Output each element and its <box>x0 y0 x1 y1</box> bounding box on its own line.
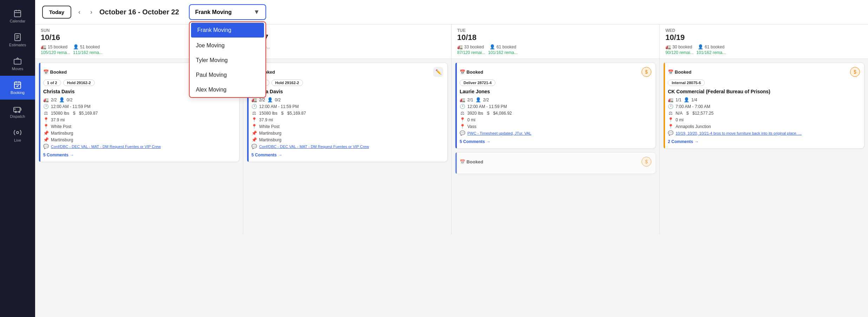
truck-detail-icon-tue: 🚛 <box>460 97 465 102</box>
dropdown-option-alex-moving[interactable]: Alex Moving <box>190 82 265 97</box>
card-status-wed: 📅 Booked <box>668 69 691 75</box>
detail-from-val-wed: Annapolis Junction <box>676 124 711 129</box>
card-client-tue: Laurie Jones <box>460 89 651 94</box>
next-button[interactable]: › <box>87 7 95 17</box>
mover-detail-icon: 👤 <box>59 97 65 102</box>
day-date-mon: 10/17 <box>249 33 446 42</box>
detail-to2-val-mon: Martinsburg <box>259 137 281 142</box>
note-link-wed[interactable]: 10/19, 10/20, 10/21-4 bros to move furni… <box>676 131 802 135</box>
weight-icon-wed: ⚖ <box>668 110 673 116</box>
clock-icon-wed: 🕐 <box>668 104 673 109</box>
detail-trucks-tue: 🚛 2/1 👤 2/2 <box>460 97 651 102</box>
card-tags-tue: Deliver 28721-4 <box>460 80 651 86</box>
sidebar-item-dispatch[interactable]: Dispatch <box>0 100 35 123</box>
day-name-tue: TUE <box>457 28 654 33</box>
cards-grid: 📅 Booked ✏️ 1 of 2 Hold 29162-2 Christa … <box>35 59 868 317</box>
detail-from-mon: 📍 White Post <box>251 124 443 129</box>
dropdown-option-tyler-moving[interactable]: Tyler Moving <box>190 53 265 68</box>
pin-to2-icon: 📌 <box>43 137 49 142</box>
detail-movers-val-wed: 1/4 <box>691 97 697 102</box>
detail-from: 📍 White Post <box>43 124 235 129</box>
stat-trucks-wed: 🚛 30 booked <box>665 44 692 49</box>
company-dropdown-trigger[interactable]: Frank Moving ▼ <box>189 4 266 20</box>
note-icon-mon: 💬 <box>251 144 257 149</box>
svg-point-16 <box>17 131 19 134</box>
sidebar-item-moves[interactable]: Moves <box>0 52 35 76</box>
truck-icon: 🚛 <box>41 44 46 49</box>
sidebar-item-label-live: Live <box>14 138 21 142</box>
detail-to1: 📌 Martinsburg <box>43 130 235 136</box>
card-header-tue-1: 📅 Booked $ <box>460 157 651 167</box>
day-date-tue: 10/18 <box>457 33 654 42</box>
detail-note-tue: 💬 PWC - Timesheet updated, JTur. VAL <box>460 130 651 136</box>
card-left-bar-tue <box>455 63 457 148</box>
sidebar-item-label-moves: Moves <box>12 67 23 71</box>
card-edit-button-mon[interactable]: ✏️ <box>433 67 443 77</box>
trucks-booked-sun: 15 booked <box>48 45 67 49</box>
prev-button[interactable]: ‹ <box>75 7 83 17</box>
clock-icon: 🕐 <box>43 104 49 109</box>
card-dollar-button-wed[interactable]: $ <box>850 67 860 77</box>
mover-detail-icon-mon: 👤 <box>267 97 273 102</box>
company-dropdown-menu: Frank Moving Joe Moving Tyler Moving Pau… <box>189 21 266 98</box>
dropdown-option-paul-moving[interactable]: Paul Moving <box>190 68 265 82</box>
detail-weight-price-tue: ⚖ 3920 lbs $ $4,086.92 <box>460 110 651 116</box>
today-button[interactable]: Today <box>42 6 71 19</box>
movers-remain-wed: 101/162 rema... <box>696 50 726 55</box>
card-dollar-button-tue[interactable]: $ <box>642 67 651 77</box>
stat-remain-wed: 90/120 remai... 101/162 rema... <box>665 49 862 55</box>
sidebar-item-live[interactable]: Live <box>0 123 35 147</box>
card-status: 📅 Booked <box>43 69 67 75</box>
note-link-tue[interactable]: PWC - Timesheet updated, JTur. VAL <box>467 131 531 135</box>
detail-mileage-val-wed: 0 mi <box>676 117 684 122</box>
note-link[interactable]: Conf/DBC - DEC VAL - MAT - DM Request Fu… <box>51 144 161 149</box>
booking-card-tue-0[interactable]: 📅 Booked $ Deliver 28721-4 Laurie Jones … <box>455 62 656 149</box>
sidebar-item-calendar[interactable]: Calendar <box>0 4 35 28</box>
stat-remain-mon: 98/120 <box>249 49 446 55</box>
distance-icon: 📍 <box>43 117 49 122</box>
sidebar-item-booking[interactable]: Booking <box>0 76 35 100</box>
card-comments-wed[interactable]: 2 Comments → <box>668 139 860 144</box>
detail-time-tue: 🕐 12:00 AM - 11:59 PM <box>460 104 651 109</box>
detail-trucks-val-wed: 1/1 <box>676 97 682 102</box>
movers-remain-sun: 111/162 rema... <box>73 50 103 55</box>
booking-card-mon-0[interactable]: 📅 Booked ✏️ 2 of 2 Hold 29162-2 Christa … <box>247 62 448 162</box>
card-details-tue: 🚛 2/1 👤 2/2 🕐 12:00 AM - 11:59 PM ⚖ 3920… <box>460 97 651 136</box>
booking-card-wed-0[interactable]: 📅 Booked $ Internal 28075-6 CK Commercia… <box>663 62 864 149</box>
sidebar-item-label-booking: Booking <box>11 90 25 95</box>
booking-card-tue-1[interactable]: 📅 Booked $ <box>455 152 656 174</box>
dollar-icon-wed: $ <box>685 110 690 116</box>
detail-movers-val-mon: 0/2 <box>275 97 281 102</box>
card-comments-tue[interactable]: 5 Comments → <box>460 139 651 144</box>
movers-booked-sun: 51 booked <box>80 45 100 49</box>
detail-price-val: $5,169.87 <box>79 111 98 116</box>
company-selected-label: Frank Moving <box>195 9 232 15</box>
trucks-remain-wed: 90/120 remai... <box>665 50 693 55</box>
detail-from-val: White Post <box>51 124 71 129</box>
detail-time-mon: 🕐 12:00 AM - 11:59 PM <box>251 104 443 109</box>
svg-rect-8 <box>14 59 21 64</box>
dropdown-option-frank-moving[interactable]: Frank Moving <box>191 23 264 38</box>
comments-label: 5 Comments <box>43 153 68 157</box>
day-date-wed: 10/19 <box>665 33 862 42</box>
movers-booked-tue: 61 booked <box>497 45 516 49</box>
tag-sequence: 1 of 2 <box>43 80 61 86</box>
card-details: 🚛 2/2 👤 0/2 🕐 12:00 AM - 11:59 PM ⚖ 1508… <box>43 97 235 149</box>
card-comments[interactable]: 5 Comments → <box>43 153 235 157</box>
day-header-wed: WED 10/19 🚛 30 booked 👤 61 booked 90/120… <box>660 25 868 59</box>
weight-icon-mon: ⚖ <box>251 110 257 116</box>
detail-trucks-val-tue: 2/1 <box>467 97 473 102</box>
detail-to2-val: Martinsburg <box>51 137 73 142</box>
card-dollar-button-tue-1[interactable]: $ <box>642 157 651 167</box>
dropdown-option-joe-moving[interactable]: Joe Moving <box>190 38 265 53</box>
detail-weight-price-mon: ⚖ 15080 lbs $ $5,169.87 <box>251 110 443 116</box>
sidebar-item-estimates[interactable]: Estimates <box>0 28 35 52</box>
note-link-mon[interactable]: Conf/DBC - DEC VAL - MAT - DM Request Fu… <box>259 144 369 149</box>
pin-from-icon-mon: 📍 <box>251 124 257 129</box>
detail-mileage-mon: 📍 37.9 mi <box>251 117 443 122</box>
sidebar-item-label-dispatch: Dispatch <box>10 114 25 119</box>
day-name-mon: MON <box>249 28 446 33</box>
detail-from-wed: 📍 Annapolis Junction <box>668 124 860 129</box>
card-comments-mon[interactable]: 5 Comments → <box>251 153 443 157</box>
detail-mileage-val: 37.9 mi <box>51 117 65 122</box>
